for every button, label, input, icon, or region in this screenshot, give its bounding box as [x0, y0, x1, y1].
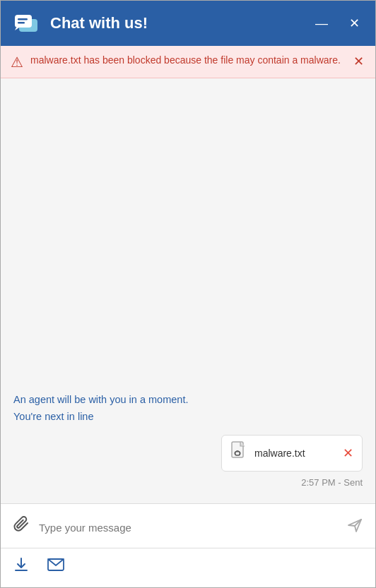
titlebar-controls: — ✕: [311, 16, 364, 31]
queue-message: You're next in line: [13, 411, 363, 422]
message-timestamp: 2:57 PM - Sent: [301, 477, 363, 488]
file-icon: [230, 441, 247, 465]
input-area: [1, 503, 375, 548]
file-remove-button[interactable]: ✕: [343, 445, 353, 461]
svg-marker-4: [15, 28, 19, 30]
warning-close-button[interactable]: ✕: [353, 54, 364, 69]
email-button[interactable]: [46, 557, 66, 576]
agent-message: An agent will be with you in a moment.: [13, 394, 363, 405]
close-button[interactable]: ✕: [345, 16, 364, 31]
chat-area: An agent will be with you in a moment. Y…: [1, 78, 375, 503]
chat-window: Chat with us! — ✕ ⚠ malware.txt has been…: [0, 0, 376, 588]
file-name: malware.txt: [254, 448, 336, 459]
file-bubble: malware.txt ✕: [221, 435, 363, 472]
input-row: [12, 514, 364, 541]
svg-rect-2: [18, 18, 28, 20]
warning-banner: ⚠ malware.txt has been blocked because t…: [1, 46, 375, 78]
send-icon: [346, 516, 364, 534]
download-icon: [13, 557, 29, 572]
bottom-toolbar: [1, 548, 375, 587]
titlebar-title: Chat with us!: [50, 14, 311, 32]
attach-button[interactable]: [12, 514, 32, 541]
warning-icon: ⚠: [11, 54, 23, 71]
email-icon: [47, 558, 64, 571]
paperclip-icon: [13, 515, 30, 535]
message-input[interactable]: [39, 522, 339, 534]
send-button[interactable]: [346, 516, 364, 539]
timestamp-row: 2:57 PM - Sent: [13, 474, 363, 495]
chat-icon: [12, 9, 40, 37]
download-button[interactable]: [12, 556, 30, 577]
warning-message: malware.txt has been blocked because the…: [30, 53, 346, 67]
titlebar: Chat with us! — ✕: [1, 1, 375, 46]
svg-rect-1: [15, 15, 32, 28]
svg-rect-3: [18, 22, 25, 24]
file-bubble-wrapper: malware.txt ✕: [13, 435, 363, 472]
minimize-button[interactable]: —: [311, 16, 332, 31]
